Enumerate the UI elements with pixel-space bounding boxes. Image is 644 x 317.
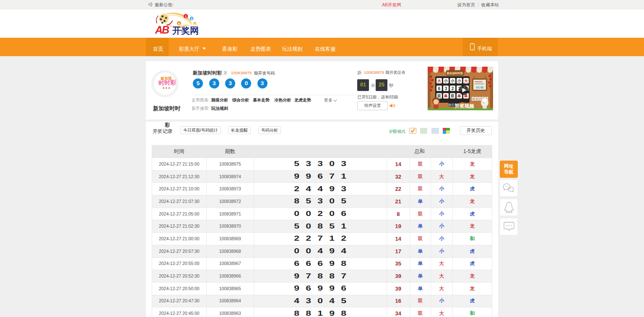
svg-text:大: 大: [437, 79, 441, 83]
svg-text:大: 大: [464, 79, 468, 83]
svg-text:双: 双: [437, 94, 441, 98]
svg-text:1: 1: [185, 15, 187, 18]
svg-text:6: 6: [178, 22, 180, 25]
svg-text:单: 单: [444, 94, 448, 98]
svg-text:双: 双: [450, 94, 455, 98]
svg-text:AB: AB: [155, 24, 169, 36]
svg-text:3: 3: [475, 97, 477, 100]
svg-text:03:48: 03:48: [476, 86, 483, 89]
svg-text:2: 2: [451, 86, 454, 91]
svg-text:3: 3: [444, 86, 447, 91]
svg-text:小: 小: [450, 79, 455, 83]
svg-text:9: 9: [194, 23, 195, 25]
svg-text:6: 6: [472, 97, 474, 100]
svg-text:8: 8: [191, 17, 192, 20]
svg-text:新加坡时时彩: 新加坡时时彩: [447, 72, 463, 75]
svg-text:开奖网: 开奖网: [172, 26, 199, 35]
svg-text:2: 2: [479, 97, 480, 100]
svg-text:小: 小: [444, 79, 448, 83]
svg-text:小: 小: [457, 79, 462, 83]
svg-text:开奖视频: 开奖视频: [454, 104, 475, 109]
svg-text:6: 6: [438, 86, 440, 91]
svg-text:单: 单: [457, 94, 461, 98]
